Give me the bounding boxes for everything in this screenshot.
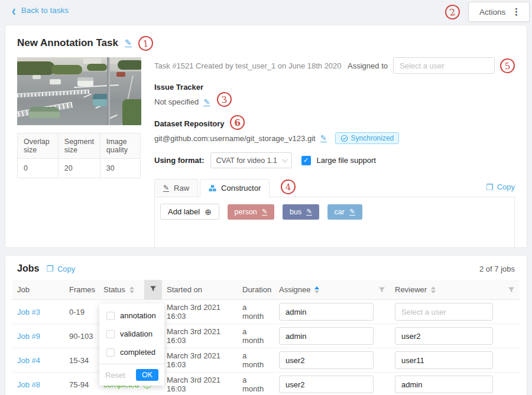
copy-icon: ❐ xyxy=(486,183,494,191)
duration-value: a month xyxy=(238,324,274,348)
issue-tracker-value: Not specified xyxy=(154,97,199,106)
assigned-to-input[interactable] xyxy=(393,57,495,74)
reviewer-input[interactable] xyxy=(395,327,493,345)
status-filter-button[interactable] xyxy=(144,280,162,300)
job-link[interactable]: Job #9 xyxy=(17,332,40,341)
reviewer-input[interactable] xyxy=(395,351,493,369)
col-job: Job xyxy=(12,280,64,300)
status-sort-button[interactable] xyxy=(129,286,134,293)
task-meta-text: Task #1521 Created by test_user_1 on Jun… xyxy=(154,61,342,70)
add-label-button[interactable]: Add label ⊕ xyxy=(160,204,219,220)
jobs-table-header-row: Job Frames Status Started on D xyxy=(12,280,520,300)
format-selected-value: CVAT for video 1.1 xyxy=(216,156,278,165)
job-link[interactable]: Job #4 xyxy=(17,356,40,365)
label-chip-person-text: person xyxy=(235,208,257,216)
assignee-sort-button[interactable] xyxy=(314,286,319,293)
duration-value: a month xyxy=(238,373,274,395)
chevron-down-icon xyxy=(281,156,287,162)
edit-label-icon[interactable]: ✎ xyxy=(349,208,355,216)
jobs-copy-link[interactable]: ❐ Copy xyxy=(46,265,75,273)
job-link[interactable]: Job #8 xyxy=(17,380,40,389)
top-bar: ‹ Back to tasks 2 Actions ⋮ xyxy=(0,0,532,24)
assignee-filter-button[interactable] xyxy=(378,286,385,293)
preview-shape xyxy=(51,65,82,74)
assignee-input[interactable] xyxy=(279,351,374,369)
copy-icon: ❐ xyxy=(46,265,54,273)
completed-checkbox[interactable] xyxy=(106,348,115,357)
param-value-overlap: 0 xyxy=(18,159,59,178)
assignee-input[interactable] xyxy=(279,376,374,393)
started-value: March 3rd 2021 16:03 xyxy=(162,373,238,395)
more-dots-icon: ⋮ xyxy=(512,6,521,17)
callout-5: 5 xyxy=(499,57,515,73)
tab-constructor-label: Constructor xyxy=(221,184,261,192)
preview-shape xyxy=(107,57,110,125)
task-params-table: Overlap size Segment size Image quality … xyxy=(17,133,141,178)
large-file-checkbox[interactable]: ✓ xyxy=(301,156,311,165)
pencil-icon: ✎ xyxy=(163,184,169,192)
reviewer-input[interactable] xyxy=(395,303,493,321)
assignee-input[interactable] xyxy=(279,327,374,345)
funnel-icon xyxy=(150,285,157,292)
tab-raw[interactable]: ✎ Raw xyxy=(154,179,198,197)
back-chevron-icon: ‹ xyxy=(12,5,16,15)
reviewer-input[interactable] xyxy=(395,376,493,393)
tab-constructor[interactable]: Constructor xyxy=(200,179,270,197)
filter-reset-button[interactable]: Reset xyxy=(105,371,125,380)
col-frames: Frames xyxy=(64,280,99,300)
job-link[interactable]: Job #3 xyxy=(17,308,40,316)
callout-6: 6 xyxy=(229,115,245,130)
param-value-segment: 20 xyxy=(58,159,100,178)
edit-title-icon[interactable]: ✎ xyxy=(125,39,132,47)
annotation-checkbox[interactable] xyxy=(106,312,115,320)
assignee-input[interactable] xyxy=(279,303,374,321)
task-title-row: New Annotation Task ✎ 1 xyxy=(17,34,515,53)
label-chip-person[interactable]: person ✎ xyxy=(228,204,275,220)
param-header-quality: Image quality xyxy=(100,133,140,159)
sync-status-text: Synchronized xyxy=(351,134,394,142)
page-title: New Annotation Task xyxy=(17,37,118,49)
funnel-icon xyxy=(508,286,515,293)
preview-shape xyxy=(116,72,125,77)
sync-status-badge: Synchronized xyxy=(335,132,400,144)
table-row: Job #9 90-103 March 3rd 2021 16:03 a mon… xyxy=(12,324,520,348)
back-to-tasks-label: Back to tasks xyxy=(21,6,69,15)
filter-ok-button[interactable]: OK xyxy=(136,369,158,381)
assigned-to-group: Assigned to 5 xyxy=(348,57,515,74)
reviewer-sort-button[interactable] xyxy=(431,286,436,293)
edit-label-icon[interactable]: ✎ xyxy=(262,208,268,216)
preview-shape xyxy=(33,75,41,79)
edit-label-icon[interactable]: ✎ xyxy=(306,208,312,216)
frames-value: 90-103 xyxy=(64,324,99,348)
callout-1: 1 xyxy=(137,35,153,51)
edit-repository-icon[interactable]: ✎ xyxy=(320,134,327,142)
label-chip-car[interactable]: car ✎ xyxy=(327,204,362,220)
filter-option-completed[interactable]: completed xyxy=(99,343,164,361)
edit-issue-tracker-icon[interactable]: ✎ xyxy=(203,98,210,106)
param-value-quality: 30 xyxy=(100,159,140,178)
task-detail-card: New Annotation Task ✎ 1 xyxy=(5,25,527,248)
labels-copy-link[interactable]: ❐ Copy xyxy=(486,182,515,191)
filter-option-annotation[interactable]: annotation xyxy=(99,306,164,325)
label-chip-car-text: car xyxy=(335,208,345,216)
task-left-column: Overlap size Segment size Image quality … xyxy=(17,57,141,248)
filter-option-validation[interactable]: validation xyxy=(99,325,164,343)
label-chip-bus[interactable]: bus ✎ xyxy=(283,204,319,220)
reviewer-filter-button[interactable] xyxy=(508,286,515,293)
actions-button[interactable]: Actions ⋮ xyxy=(468,2,530,22)
task-preview-image xyxy=(17,57,141,125)
started-value: March 3rd 2021 16:03 xyxy=(162,348,238,373)
callout-4: 4 xyxy=(280,179,296,195)
repository-label-row: Dataset Repository 6 xyxy=(154,116,515,131)
preview-shape xyxy=(83,58,101,64)
label-constructor-panel: Add label ⊕ person ✎ bus ✎ car ✎ xyxy=(154,197,515,248)
back-to-tasks-link[interactable]: ‹ Back to tasks xyxy=(12,6,69,15)
validation-checkbox[interactable] xyxy=(106,330,115,338)
started-value: March 3rd 2021 16:03 xyxy=(162,324,238,348)
plus-circle-icon: ⊕ xyxy=(205,208,212,216)
duration-value: a month xyxy=(238,300,274,324)
label-chip-bus-text: bus xyxy=(290,208,301,216)
task-right-column: Task #1521 Created by test_user_1 on Jun… xyxy=(154,57,515,248)
format-select[interactable]: CVAT for video 1.1 xyxy=(210,152,292,168)
callout-2: 2 xyxy=(445,4,460,19)
